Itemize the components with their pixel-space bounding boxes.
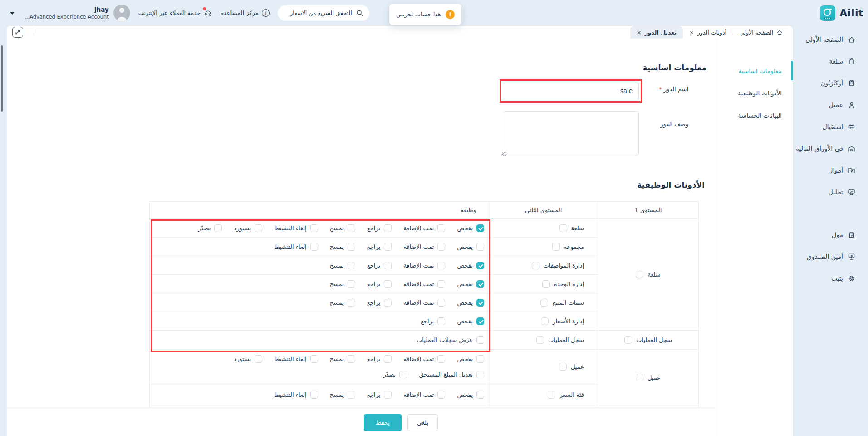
permission-checkbox-item[interactable]: يراجع <box>367 299 392 307</box>
permission-checkbox-item[interactable]: إلغاء التنشيط <box>274 224 318 232</box>
checkbox[interactable] <box>437 355 445 363</box>
sidebar-item-cashier[interactable]: أمين الصندوق <box>793 246 868 268</box>
permission-checkbox-item[interactable]: يراجع <box>367 262 392 269</box>
permission-checkbox-item[interactable]: يمسح <box>330 299 355 307</box>
checkbox[interactable] <box>476 336 484 344</box>
checkbox[interactable] <box>437 224 445 232</box>
tab-1[interactable]: الصفحة الأولى <box>733 26 789 39</box>
permission-checkbox-item[interactable]: يراجع <box>367 224 392 232</box>
sidebar-item-bag[interactable]: سلعة <box>793 50 868 72</box>
permission-checkbox-item[interactable]: يراجع <box>367 355 392 363</box>
permission-checkbox-item[interactable]: إلغاء التنشيط <box>274 391 318 399</box>
account-menu[interactable]: jhay ...Advanced Experience Account <box>25 5 130 21</box>
permission-checkbox-item[interactable]: يفحص <box>457 243 484 251</box>
permission-checkbox-item[interactable]: يفحص <box>457 355 484 363</box>
checkbox[interactable] <box>476 391 484 399</box>
permission-checkbox-item[interactable]: يفحص <box>457 391 484 399</box>
checkbox[interactable] <box>476 355 484 363</box>
permission-checkbox-item[interactable]: يصدّر <box>198 224 222 232</box>
account-caret-icon[interactable] <box>10 12 15 15</box>
role-name-input[interactable] <box>503 83 639 99</box>
section-nav-item-2[interactable]: الأذونات الوظيفية <box>716 82 793 104</box>
close-icon[interactable]: × <box>689 30 694 35</box>
sidebar-item-folder[interactable]: أموال <box>793 159 868 181</box>
checkbox[interactable] <box>255 224 262 232</box>
tab-2[interactable]: أذونات الدور× <box>683 26 733 39</box>
checkbox[interactable] <box>624 336 632 344</box>
section-nav-item-1[interactable]: معلومات اساسية <box>716 59 793 82</box>
checkbox[interactable] <box>310 355 318 363</box>
checkbox[interactable] <box>559 363 567 371</box>
permission-checkbox-item[interactable]: تعديل المبلغ المستحق <box>419 371 484 378</box>
checkbox[interactable] <box>437 262 445 269</box>
permission-checkbox-item[interactable]: تمت الإضافة <box>403 243 445 251</box>
checkbox[interactable] <box>559 224 567 232</box>
checkbox[interactable] <box>399 371 407 378</box>
permission-checkbox-item[interactable]: يراجع <box>367 391 392 399</box>
checkbox[interactable] <box>348 262 355 269</box>
checkbox[interactable] <box>542 280 550 288</box>
checkbox[interactable] <box>348 224 355 232</box>
permission-checkbox-item[interactable]: عرض سجلات العمليات <box>417 336 484 344</box>
permission-checkbox-item[interactable]: تمت الإضافة <box>403 355 445 363</box>
checkbox[interactable] <box>384 280 392 288</box>
checkbox[interactable] <box>476 243 484 251</box>
checkbox[interactable] <box>548 391 555 399</box>
checkbox[interactable] <box>437 243 445 251</box>
permission-checkbox-item[interactable]: يستورد <box>234 355 262 363</box>
save-button[interactable]: يحفظ <box>364 414 402 431</box>
checkbox[interactable] <box>476 224 484 232</box>
permission-checkbox-item[interactable]: يراجع <box>367 243 392 251</box>
permission-checkbox-item[interactable]: يمسح <box>330 262 355 269</box>
checkbox[interactable] <box>476 262 484 269</box>
cancel-button[interactable]: يلغي <box>407 414 438 431</box>
permission-checkbox-item[interactable]: إلغاء التنشيط <box>274 355 318 363</box>
checkbox[interactable] <box>437 299 445 307</box>
checkbox[interactable] <box>348 243 355 251</box>
checkbox[interactable] <box>541 317 549 325</box>
checkbox[interactable] <box>384 243 392 251</box>
permission-checkbox-item[interactable]: تمت الإضافة <box>403 280 445 288</box>
checkbox[interactable] <box>348 355 355 363</box>
checkbox[interactable] <box>476 280 484 288</box>
permission-checkbox-item[interactable]: يمسح <box>330 355 355 363</box>
checkbox[interactable] <box>384 299 392 307</box>
checkbox[interactable] <box>384 262 392 269</box>
sidebar-item-warehouse[interactable]: في الأوراق المالية <box>793 138 868 159</box>
sidebar-item-store[interactable]: مول <box>793 224 868 246</box>
checkbox[interactable] <box>476 317 484 325</box>
permission-checkbox-item[interactable]: يفحص <box>457 299 484 307</box>
permission-checkbox-item[interactable]: يفحص <box>457 262 484 269</box>
checkbox[interactable] <box>348 299 355 307</box>
checkbox[interactable] <box>384 391 392 399</box>
checkbox[interactable] <box>310 243 318 251</box>
help-center-link[interactable]: ? مركز المساعدة <box>221 9 270 17</box>
permission-checkbox-item[interactable]: يمسح <box>330 391 355 399</box>
role-desc-textarea[interactable] <box>503 111 639 155</box>
permission-checkbox-item[interactable]: يصدّر <box>383 371 407 378</box>
checkbox[interactable] <box>476 371 484 378</box>
app-logo[interactable]: Ailit <box>820 5 863 21</box>
permission-checkbox-item[interactable]: تمت الإضافة <box>403 224 445 232</box>
checkbox[interactable] <box>255 355 262 363</box>
permission-checkbox-item[interactable]: يراجع <box>367 280 392 288</box>
checkbox[interactable] <box>348 280 355 288</box>
checkbox[interactable] <box>310 224 318 232</box>
left-scrollbar-thumb[interactable] <box>1 45 3 112</box>
close-icon[interactable]: × <box>637 30 642 35</box>
permission-checkbox-item[interactable]: يراجع <box>421 317 445 325</box>
fullscreen-toggle-button[interactable] <box>12 27 23 38</box>
permission-checkbox-item[interactable]: يمسح <box>330 280 355 288</box>
checkbox[interactable] <box>384 224 392 232</box>
checkbox[interactable] <box>384 355 392 363</box>
sidebar-item-person[interactable]: عميل <box>793 94 868 116</box>
quick-price-search-input[interactable]: التحقق السريع من الأسعار <box>278 5 369 21</box>
permission-checkbox-item[interactable]: تمت الإضافة <box>403 299 445 307</box>
permission-checkbox-item[interactable]: تمت الإضافة <box>403 391 445 399</box>
checkbox[interactable] <box>214 224 222 232</box>
checkbox[interactable] <box>532 262 539 269</box>
tab-3[interactable]: تعديل الدور× <box>630 26 683 39</box>
permission-checkbox-item[interactable]: يفحص <box>457 224 484 232</box>
checkbox[interactable] <box>310 391 318 399</box>
permission-checkbox-item[interactable]: يستورد <box>234 224 262 232</box>
